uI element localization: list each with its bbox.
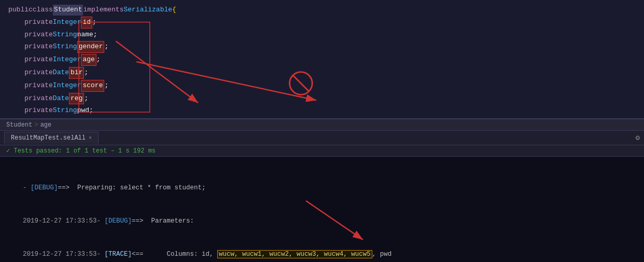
type: Integer <box>53 17 81 28</box>
console-line-debug-preparing: - [DEBUG]==> Preparing: select * from st… <box>0 172 644 205</box>
type: Date <box>53 67 69 78</box>
bracket: { <box>172 5 176 16</box>
status-bar: ✓ Tests passed: 1 of 1 test – 1 s 192 ms <box>0 145 644 157</box>
type: Integer <box>53 54 81 65</box>
code-line-7: private Integer score ; <box>0 79 644 92</box>
indent <box>8 105 24 116</box>
console-line-debug-params: 2019-12-27 17:33:53- [DEBUG]==> Paramete… <box>0 205 644 238</box>
breadcrumb: Student > age <box>0 119 644 131</box>
type: String <box>53 30 77 40</box>
indent <box>8 93 24 104</box>
keyword: public <box>8 5 33 16</box>
field-bir: bir <box>69 67 84 79</box>
tab-close-button[interactable]: × <box>89 135 92 141</box>
field-name: name <box>77 30 93 40</box>
keyword: private <box>24 54 53 65</box>
punct: ; <box>84 93 88 104</box>
keyword: private <box>24 105 53 116</box>
breadcrumb-separator: > <box>34 121 38 129</box>
keyword: implements <box>83 5 123 16</box>
code-line-1: public class Student implements Serializ… <box>0 4 644 16</box>
code-editor: public class Student implements Serializ… <box>0 0 644 119</box>
keyword: private <box>24 80 53 91</box>
punct: ; <box>104 42 108 52</box>
indent <box>8 54 24 65</box>
field-id: id <box>81 17 92 29</box>
field-reg: reg <box>69 93 84 105</box>
keyword: private <box>24 93 53 104</box>
code-line-5: private Integer age ; <box>0 53 644 66</box>
settings-gear-icon[interactable]: ⚙ <box>636 133 640 142</box>
code-line-6: private Date bir ; <box>0 66 644 79</box>
punct: ; <box>93 30 97 40</box>
field-pwd: pwd <box>77 105 89 116</box>
test-status-text: ✓ Tests passed: 1 of 1 test – 1 s 192 ms <box>6 147 156 155</box>
console-line-trace-cols: 2019-12-27 17:33:53- [TRACE]<== Columns:… <box>0 238 644 262</box>
console-line-blank <box>0 160 644 172</box>
indent <box>8 67 24 78</box>
code-line-8: private Date reg ; <box>0 92 644 105</box>
keyword: private <box>24 67 53 78</box>
keyword: private <box>24 42 53 52</box>
field-score: score <box>81 80 104 92</box>
punct: ; <box>104 80 108 91</box>
punct: ; <box>89 105 93 116</box>
punct: ; <box>92 17 96 28</box>
type: String <box>53 105 77 116</box>
indent <box>8 80 24 91</box>
field-gender: gender <box>77 41 105 53</box>
tab-resultmaptest[interactable]: ResultMapTest.selAll × <box>4 132 99 144</box>
keyword: private <box>24 17 53 28</box>
keyword: private <box>24 30 53 40</box>
tab-label: ResultMapTest.selAll <box>11 134 86 142</box>
columns-highlight: wucw, wucw1, wucw2, wucw3, wucw4, wucw5 <box>217 250 372 258</box>
tab-bar: ResultMapTest.selAll × ⚙ <box>0 131 644 145</box>
breadcrumb-child: age <box>40 121 52 129</box>
console-output: - [DEBUG]==> Preparing: select * from st… <box>0 157 644 262</box>
class-identifier: Student <box>53 5 83 16</box>
type: Integer <box>53 80 81 91</box>
indent <box>8 17 24 28</box>
code-line-3: private String name ; <box>0 29 644 41</box>
code-line-4: private String gender ; <box>0 40 644 53</box>
type: Serializable <box>123 5 172 16</box>
field-age: age <box>81 54 96 66</box>
punct: ; <box>96 54 101 65</box>
indent <box>8 42 24 52</box>
keyword: class <box>33 5 53 16</box>
code-line-9: private String pwd ; <box>0 105 644 117</box>
indent <box>8 30 24 40</box>
breadcrumb-parent: Student <box>6 121 32 129</box>
type: Date <box>53 93 69 104</box>
punct: ; <box>84 67 88 78</box>
type: String <box>53 42 77 52</box>
code-line-2: private Integer id ; <box>0 16 644 29</box>
